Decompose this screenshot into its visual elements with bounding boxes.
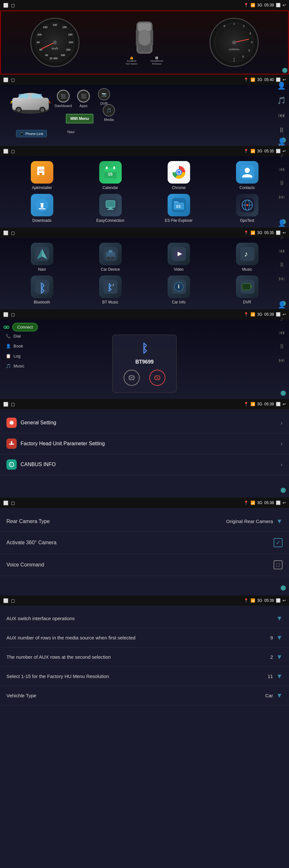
app-gpstest[interactable]: GpsTest bbox=[215, 194, 279, 223]
status-left-4: ⬜ ▢ bbox=[3, 230, 15, 235]
dial-icon: 📞 bbox=[6, 334, 11, 339]
bt-dial-item[interactable]: 📞 Dial bbox=[3, 333, 27, 340]
bt-log-item[interactable]: 📋 Log bbox=[3, 352, 27, 360]
prev-icon-mmi[interactable]: ⏮ bbox=[278, 111, 285, 120]
bt-book-item[interactable]: 👤 Book bbox=[3, 342, 27, 350]
app-music[interactable]: ♪ Music bbox=[215, 243, 279, 272]
battery-icon-8: ▢ bbox=[11, 598, 15, 603]
app-chrome[interactable]: Chrome bbox=[146, 161, 211, 190]
apps-grid-2-display: Navi Car Device Video ♪ Music bbox=[0, 238, 289, 309]
voice-command-checkbox[interactable]: □ bbox=[274, 560, 283, 569]
time-1: 05:39 bbox=[264, 3, 274, 7]
bt-music-label: Music bbox=[13, 364, 25, 368]
battery-icon-2: ▢ bbox=[11, 78, 15, 82]
carinfo-icon: i bbox=[168, 276, 190, 298]
next-icon-apps2[interactable]: ⏭ bbox=[279, 275, 285, 282]
settings-factory[interactable]: Factory Head Unit Parameter Setting › bbox=[0, 433, 289, 454]
mmi-menu-button[interactable]: MMI Menu bbox=[66, 114, 94, 123]
svg-text:80: 80 bbox=[37, 41, 39, 44]
aux-settings-display: AUX switch interface operations ▼ AUX nu… bbox=[0, 606, 289, 709]
aux-dropdown-1[interactable]: ▼ bbox=[276, 634, 283, 641]
aux-dropdown-4[interactable]: ▼ bbox=[276, 692, 283, 699]
prev-icon-apps1[interactable]: ⏮ bbox=[279, 165, 285, 173]
battery-icon-5: ▢ bbox=[11, 312, 15, 317]
bt-music-item[interactable]: 🎵 Music bbox=[3, 362, 27, 370]
log-label: Log bbox=[13, 353, 21, 359]
status-left-6: ⬜ ▢ bbox=[3, 402, 15, 407]
settings-general[interactable]: General Setting › bbox=[0, 412, 289, 433]
seatbelt-icon: 🦺 bbox=[130, 57, 133, 60]
app-carinfo[interactable]: i Car Info bbox=[146, 276, 211, 305]
mmi-menu-btn[interactable]: MMI Menu bbox=[66, 114, 94, 123]
svg-text:260: 260 bbox=[53, 57, 58, 60]
rear-camera-dropdown[interactable]: ▼ bbox=[276, 518, 283, 525]
app-btmusic[interactable]: ♪ BT Music bbox=[78, 276, 143, 305]
apps-item[interactable]: ⬛ Apps bbox=[77, 90, 90, 108]
app-easyconnection[interactable]: EasyConnection bbox=[78, 194, 143, 223]
handbrake-label: HandBreak Release bbox=[150, 60, 163, 65]
app-apkinstaller[interactable]: APK ApkInstaller bbox=[10, 161, 74, 190]
navi-item[interactable]: Navi bbox=[67, 130, 74, 134]
prev-icon-bt[interactable]: ⏮ bbox=[279, 329, 285, 336]
app-esfile[interactable]: ES ES File Explorer bbox=[146, 194, 211, 223]
time-3: 05:35 bbox=[264, 149, 274, 153]
app-navi[interactable]: Navi bbox=[10, 243, 74, 272]
fullscreen-icon-6: ⬜ bbox=[276, 402, 281, 406]
play-icon-bt[interactable]: ⏸ bbox=[279, 343, 285, 350]
bluetooth-display: Connect 📞 Dial 👤 Book 📋 Log 🎵 Music bbox=[0, 319, 289, 399]
bt-unlink-button[interactable] bbox=[149, 370, 166, 386]
app-bluetooth[interactable]: Bluetooth bbox=[10, 276, 74, 305]
svg-point-85 bbox=[107, 256, 110, 259]
play-icon-apps2[interactable]: ⏸ bbox=[279, 261, 285, 269]
bt-action-buttons bbox=[123, 370, 166, 386]
svg-rect-66 bbox=[39, 208, 45, 209]
back-icon[interactable]: ↩ bbox=[283, 3, 286, 7]
svg-point-86 bbox=[111, 256, 114, 259]
app-contacts[interactable]: Contacts bbox=[215, 161, 279, 190]
aux-dropdown-2[interactable]: ▼ bbox=[276, 653, 283, 661]
back-icon-2[interactable]: ↩ bbox=[283, 78, 286, 82]
app-calendar[interactable]: 15 Calendar bbox=[78, 161, 143, 190]
wifi-icon-4: 📶 bbox=[250, 230, 255, 235]
battery-icon: ▢ bbox=[11, 3, 15, 8]
gauge-container: 140 160 180 200 220 240 260 120 100 80 6… bbox=[0, 13, 289, 71]
time-5: 05:39 bbox=[264, 312, 274, 317]
camera-360-checkbox[interactable]: ✓ bbox=[274, 538, 283, 547]
phonelink-btn[interactable]: 📱 Phone-Link bbox=[16, 130, 47, 137]
play-icon-mmi[interactable]: ⏸ bbox=[278, 126, 285, 134]
back-icon-6[interactable]: ↩ bbox=[283, 402, 286, 406]
app-dvr[interactable]: DVR bbox=[215, 276, 279, 305]
prev-icon-apps2[interactable]: ⏮ bbox=[279, 247, 285, 255]
app-cardevice[interactable]: Car Device bbox=[78, 243, 143, 272]
media-item[interactable]: 🎵 Media bbox=[103, 104, 115, 122]
section-camera: ⬜ ▢ 📍 📶 3G 05:38 ⬜ ↩ Rear Camera Type Or… bbox=[0, 498, 289, 595]
connect-button[interactable]: Connect bbox=[12, 323, 38, 332]
svg-text:2: 2 bbox=[243, 25, 245, 28]
bt-link-button[interactable] bbox=[123, 370, 140, 386]
dashboard-item[interactable]: ⬛ Dashboard bbox=[55, 90, 72, 108]
back-icon-8[interactable]: ↩ bbox=[283, 598, 286, 603]
aux-dropdown-0[interactable]: ▼ bbox=[276, 615, 283, 622]
back-icon-7[interactable]: ↩ bbox=[283, 500, 286, 505]
app-video[interactable]: Video bbox=[146, 243, 211, 272]
rear-camera-row: Rear Camera Type Original Rear Camera ▼ bbox=[0, 511, 289, 532]
apps-icon: ⬛ bbox=[77, 90, 90, 102]
aux-row-0: AUX switch interface operations ▼ bbox=[0, 609, 289, 628]
dvr-item[interactable]: 📷 DVR bbox=[98, 88, 110, 105]
play-icon-apps1[interactable]: ⏸ bbox=[279, 179, 285, 187]
aux-dropdown-3[interactable]: ▼ bbox=[276, 673, 283, 680]
person-icon-mmi: 👤 bbox=[277, 82, 286, 90]
settings-spacer bbox=[0, 475, 289, 494]
svg-text:180: 180 bbox=[68, 33, 73, 36]
settings-canbus[interactable]: i CANBUS INFO › bbox=[0, 454, 289, 475]
wifi-icon-8: 📶 bbox=[250, 598, 255, 603]
phonelink-item[interactable]: 📱 Phone-Link bbox=[16, 130, 47, 137]
app-downloads[interactable]: Downloads bbox=[10, 194, 74, 223]
next-icon-bt[interactable]: ⏭ bbox=[279, 356, 285, 364]
wifi-icon-5: 📶 bbox=[250, 312, 255, 317]
status-left-1: ⬜ ▢ bbox=[3, 3, 15, 8]
signal-icon-5: 3G bbox=[257, 312, 262, 317]
next-icon-apps1[interactable]: ⏭ bbox=[279, 193, 285, 200]
gpstest-icon bbox=[236, 194, 258, 216]
fullscreen-icon: ⬜ bbox=[276, 3, 281, 7]
